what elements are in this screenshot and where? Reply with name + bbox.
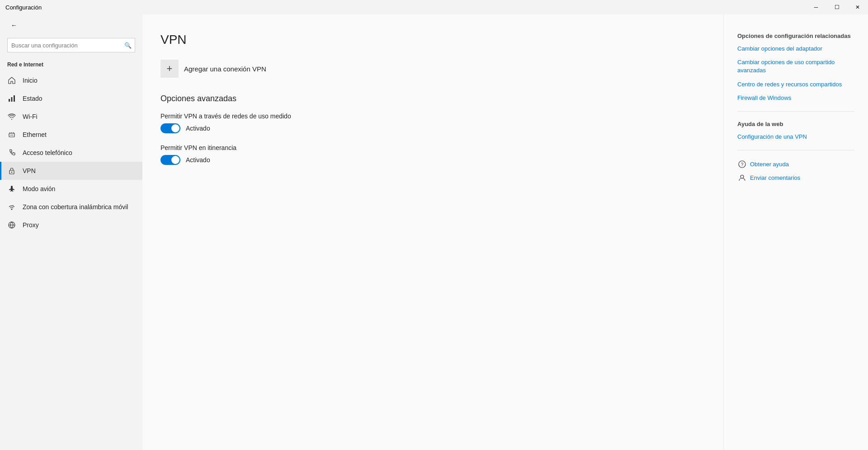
svg-point-5 xyxy=(11,172,12,173)
sidebar-item-acceso[interactable]: Acceso telefónico xyxy=(0,144,142,162)
sidebar-item-label-wifi: Wi-Fi xyxy=(23,113,38,120)
back-button[interactable]: ← xyxy=(7,19,21,32)
get-help-row[interactable]: ? Obtener ayuda xyxy=(737,159,854,169)
toggle2-label: Permitir VPN en itinerancia xyxy=(160,144,696,151)
sidebar-item-label-vpn: VPN xyxy=(23,167,36,174)
phone-icon xyxy=(7,148,16,157)
svg-rect-0 xyxy=(9,99,10,102)
adapter-link[interactable]: Cambiar opciones del adaptador xyxy=(737,45,854,53)
feedback-row[interactable]: Enviar comentarios xyxy=(737,173,854,182)
wifi-icon xyxy=(7,112,16,121)
titlebar: Configuración ─ ☐ ✕ xyxy=(0,0,868,14)
sidebar-item-label-acceso: Acceso telefónico xyxy=(23,149,72,156)
sidebar-item-ethernet[interactable]: Ethernet xyxy=(0,126,142,144)
firewall-link[interactable]: Firewall de Windows xyxy=(737,94,854,102)
sidebar-item-label-inicio: Inicio xyxy=(23,77,38,84)
section-label: Red e Internet xyxy=(0,58,142,70)
help-title: Ayuda de la web xyxy=(737,121,854,127)
sharing-link[interactable]: Cambiar opciones de uso compartido avanz… xyxy=(737,58,854,75)
add-vpn-button[interactable]: + Agregar una conexión VPN xyxy=(160,60,266,78)
sidebar-item-label-avion: Modo avión xyxy=(23,185,55,192)
toggle1-wrap: Activado xyxy=(160,123,696,133)
divider xyxy=(737,111,854,112)
inicio-icon xyxy=(7,76,16,85)
page-title: VPN xyxy=(160,33,696,47)
titlebar-controls: ─ ☐ ✕ xyxy=(806,0,868,14)
search-input[interactable] xyxy=(7,38,135,52)
toggle2-state: Activado xyxy=(186,156,210,164)
vpn-icon xyxy=(7,166,16,175)
sidebar-item-label-estado: Estado xyxy=(23,95,42,102)
app-body: ← 🔍 Red e Internet Inicio xyxy=(0,14,868,450)
sidebar: ← 🔍 Red e Internet Inicio xyxy=(0,14,142,450)
svg-rect-1 xyxy=(11,97,13,102)
airplane-icon xyxy=(7,184,16,193)
vpn-config-link[interactable]: Configuración de una VPN xyxy=(737,133,854,141)
toggle1-label: Permitir VPN a través de redes de uso me… xyxy=(160,112,696,120)
sidebar-item-proxy[interactable]: Proxy xyxy=(0,216,142,234)
minimize-button[interactable]: ─ xyxy=(806,0,826,14)
close-button[interactable]: ✕ xyxy=(847,0,868,14)
advanced-section-title: Opciones avanzadas xyxy=(160,94,696,103)
sidebar-item-modo-avion[interactable]: Modo avión xyxy=(0,180,142,198)
sidebar-item-label-proxy: Proxy xyxy=(23,221,39,229)
toggle1-switch[interactable] xyxy=(160,123,180,133)
main-content: VPN + Agregar una conexión VPN Opciones … xyxy=(142,14,723,450)
add-vpn-plus-icon: + xyxy=(160,60,179,78)
svg-point-6 xyxy=(11,209,13,210)
divider2 xyxy=(737,150,854,150)
search-icon: 🔍 xyxy=(124,42,132,49)
sidebar-item-vpn[interactable]: VPN xyxy=(0,162,142,180)
search-box: 🔍 xyxy=(7,38,135,52)
svg-point-10 xyxy=(741,175,744,178)
toggle1-state: Activado xyxy=(186,125,210,132)
network-center-link[interactable]: Centro de redes y recursos compartidos xyxy=(737,80,854,89)
sidebar-item-wifi[interactable]: Wi-Fi xyxy=(0,108,142,126)
hotspot-icon xyxy=(7,202,16,211)
related-title: Opciones de configuración relacionadas xyxy=(737,33,854,39)
proxy-icon xyxy=(7,220,16,230)
feedback-icon xyxy=(737,173,746,182)
toggle2-wrap: Activado xyxy=(160,155,696,165)
svg-rect-2 xyxy=(14,95,15,102)
ethernet-icon xyxy=(7,130,16,139)
sidebar-item-zona[interactable]: Zona con cobertura inalámbrica móvil xyxy=(0,198,142,216)
get-help-icon: ? xyxy=(737,159,746,169)
sidebar-item-inicio[interactable]: Inicio xyxy=(0,71,142,89)
right-panel: Opciones de configuración relacionadas C… xyxy=(723,14,868,450)
titlebar-title: Configuración xyxy=(5,4,42,11)
get-help-link[interactable]: Obtener ayuda xyxy=(750,161,789,168)
titlebar-left: Configuración xyxy=(5,4,42,11)
sidebar-nav-top: ← xyxy=(0,14,142,36)
sidebar-item-label-zona: Zona con cobertura inalámbrica móvil xyxy=(23,203,128,211)
toggle2-switch[interactable] xyxy=(160,155,180,165)
svg-text:?: ? xyxy=(741,162,743,167)
sidebar-item-label-ethernet: Ethernet xyxy=(23,131,47,138)
feedback-link[interactable]: Enviar comentarios xyxy=(750,174,800,181)
sidebar-item-estado[interactable]: Estado xyxy=(0,89,142,108)
add-vpn-label: Agregar una conexión VPN xyxy=(184,65,266,73)
maximize-button[interactable]: ☐ xyxy=(826,0,847,14)
estado-icon xyxy=(7,94,16,103)
toggle-roaming: Permitir VPN en itinerancia Activado xyxy=(160,144,696,165)
toggle-metered-networks: Permitir VPN a través de redes de uso me… xyxy=(160,112,696,133)
